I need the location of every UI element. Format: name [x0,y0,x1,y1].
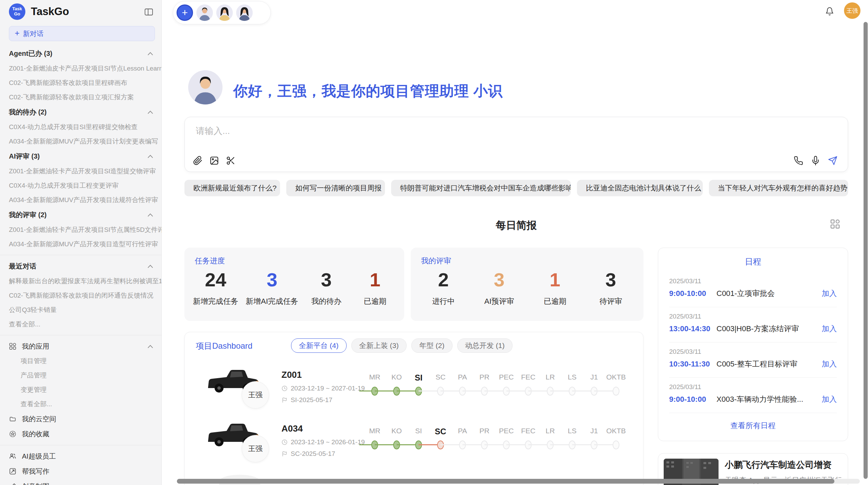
event-join-link[interactable]: 加入 [822,288,837,299]
app-menu-item[interactable]: 变更管理 [0,383,161,397]
image-icon[interactable] [209,156,219,165]
agent-avatar-1[interactable] [196,4,213,21]
event-join-link[interactable]: 加入 [822,324,837,334]
horizontal-scrollbar-thumb[interactable] [177,479,834,484]
dashboard-filter-chip[interactable]: 年型 (2) [411,338,453,353]
add-agent-button[interactable]: + [177,4,193,21]
sidebar-section-header[interactable]: 我的待办 (2) [0,104,161,120]
sidebar-task-item[interactable]: C02-飞腾新能源轻客改款项目立项汇报方案 [0,90,161,104]
notification-bell-icon[interactable] [825,7,834,16]
event-title: X003-车辆动力学性能验... [716,394,822,405]
plus-icon: + [15,28,20,38]
sidebar-item-star[interactable]: 我的收藏 [0,426,161,442]
dashboard-filter-chip[interactable]: 全新上装 (3) [351,338,407,353]
send-icon[interactable] [828,156,837,165]
scissors-icon[interactable] [226,156,236,165]
milestone-node[interactable] [613,387,619,396]
suggestion-chip[interactable]: 比亚迪全固态电池计划具体说了什么 [577,180,703,196]
sidebar-task-item[interactable]: Z001-全新燃油皮卡产品开发项目SI节点Lesson Learn报告 [0,61,161,76]
recent-chat-item[interactable]: C02-飞腾新能源轻客改款项目的闭环通告反馈情况 [0,288,161,303]
event-join-link[interactable]: 加入 [822,359,837,369]
microphone-icon[interactable] [811,156,820,165]
sidebar-item-my-apps[interactable]: 我的应用 [0,339,161,354]
app-window: Task Go TaskGo + 新对话 Agent已办 (3)Z001-全新燃… [0,0,868,485]
suggestion-chip[interactable]: 特朗普可能对进口汽车增税会对中国车企造成哪些影响 [391,180,571,196]
sidebar-task-item[interactable]: A034-全新新能源MUV产品开发项目计划变更表编写 [0,134,161,149]
schedule-event: 2025/03/119:00-10:00C001-立项审批会加入 [669,272,837,307]
sidebar-section-header[interactable]: AI评审 (3) [0,149,161,164]
dashboard-filter-chip[interactable]: 全新平台 (4) [291,338,347,353]
clock-icon [281,385,288,391]
sidebar-recent-header[interactable]: 最近对话 [0,259,161,274]
suggestion-chip[interactable]: 当下年轻人对汽车外观有怎样的喜好趋势 [709,180,848,196]
suggestion-chip[interactable]: 欧洲新规最近颁布了什么? [184,180,280,196]
sidebar-divider [0,445,161,445]
attachment-icon[interactable] [193,156,203,165]
event-row: 9:00-10:00C001-立项审批会加入 [669,288,837,299]
milestone-label: LS [568,427,577,435]
chevron-up-icon[interactable] [147,345,153,348]
stat-item: 3待评审 [590,269,631,307]
recent-chat-item[interactable]: 解释最新出台的欧盟报废车法规再生塑料比例被调至15%... [0,274,161,288]
dashboard-filter-chip[interactable]: 动总开发 (1) [457,338,513,353]
sidebar-item-cloud[interactable]: 我的云空间 [0,411,161,426]
chevron-up-icon[interactable] [147,213,153,217]
app-menu-item[interactable]: 项目管理 [0,354,161,368]
schedule-event: 2025/03/1113:00-14:30C003|H0B-方案冻结评审加入 [669,307,837,342]
project-row: 王强A0342023-12-19 ~ 2026-01-19SC-2025-05-… [185,419,643,472]
sidebar-section-header[interactable]: Agent已办 (3) [0,46,161,61]
phone-call-icon[interactable] [794,156,803,165]
sidebar-collapse-icon[interactable] [144,8,153,16]
user-avatar[interactable]: 王强 [844,2,860,19]
view-all-schedule-link[interactable]: 查看所有日程 [669,421,837,431]
sidebar-tool-item[interactable]: AI超级员工 [0,449,161,464]
view-all-chats-link[interactable]: 查看全部... [0,317,161,332]
milestone-label: KO [391,373,402,381]
event-join-link[interactable]: 加入 [822,394,837,405]
vertical-scrollbar-thumb[interactable] [864,22,868,479]
project-code[interactable]: A034 [281,423,303,434]
suggestion-chip[interactable]: 如何写一份清晰的项目周报 [286,180,385,196]
sidebar-section-header[interactable]: 我的评审 (2) [0,207,161,223]
chat-input[interactable] [195,125,745,137]
app-menu-item[interactable]: 查看全部... [0,397,161,411]
chevron-up-icon[interactable] [147,264,153,268]
sidebar-tool-item[interactable]: 帮我写作 [0,464,161,479]
layout-grid-icon[interactable] [830,219,841,229]
event-divider [669,413,837,413]
milestone-node[interactable] [613,440,619,449]
event-row: 10:30-11:30C005-整车工程目标评审加入 [669,359,837,369]
recent-chat-item[interactable]: 公司Q3轻卡销量 [0,303,161,317]
agent-avatar-2[interactable] [216,4,233,21]
sidebar-task-item[interactable]: A034-全新新能源MUV产品开发项目造型可行性评审 [0,237,161,251]
chevron-up-icon[interactable] [147,154,153,158]
sidebar-task-item[interactable]: Z001-全新燃油轻卡产品开发项目SI造型提交物评审 [0,164,161,178]
milestone-label: SI [415,427,422,435]
my-review-card: 我的评审2进行中3AI预评审1已逾期3待评审 [411,248,643,321]
sidebar-task-item[interactable]: A034-全新新能源MUV产品开发项目法规符合性评审 [0,193,161,207]
assistant-avatar [188,70,222,104]
tool-label: 创意制图 [22,482,49,485]
agent-avatar-3[interactable] [236,4,253,21]
stat-item: 3新增AI完成任务 [246,269,298,307]
star-icon [9,430,16,438]
chevron-up-icon[interactable] [147,52,153,55]
milestone-strip: MRKOSISCPAPRPECFECLRLSJ1OKTB [346,419,641,460]
milestone-label: LR [546,427,555,435]
sidebar-task-item[interactable]: C0X4-动力总成开发项目工程变更评审 [0,178,161,193]
new-chat-button[interactable]: + 新对话 [9,26,155,41]
project-dashboard-card: 项目Dashboard 全新平台 (4)全新上装 (3)年型 (2)动总开发 (… [184,332,643,485]
stat-label: AI预评审 [484,296,514,307]
stat-label: 已逾期 [544,296,566,307]
main-area: + 王强 你好，王强，我是你的项目管理助理 小识 [162,0,868,485]
sidebar-task-item[interactable]: C0X4-动力总成开发项目SI里程碑提交物检查 [0,120,161,134]
sidebar-task-item[interactable]: C02-飞腾新能源轻客改款项目里程碑画布 [0,76,161,90]
sidebar-tool-item[interactable]: 创意制图 [0,479,161,485]
app-menu-item[interactable]: 产品管理 [0,368,161,383]
milestone-label: FEC [521,373,535,381]
stat-item: 3我的待办 [306,269,347,307]
project-code[interactable]: Z001 [281,370,302,380]
chevron-up-icon[interactable] [147,110,153,114]
sidebar-task-item[interactable]: Z001-全新燃油轻卡产品开发项目SI节点属性5D文件评审 [0,223,161,237]
stat-item: 3AI预评审 [479,269,520,307]
